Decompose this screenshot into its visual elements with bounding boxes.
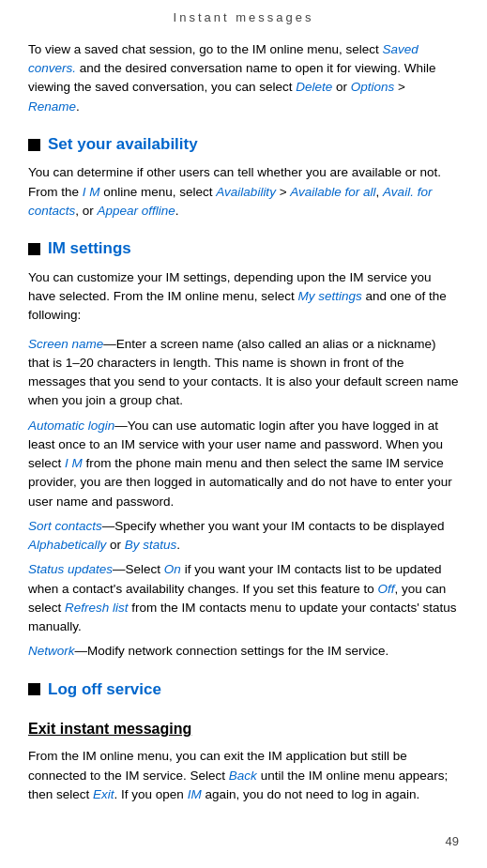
auto-login-dash: —: [114, 419, 128, 433]
auto-login-desc2: from the phone main menu and then select…: [28, 456, 452, 509]
section-heading-im-settings: IM settings: [28, 237, 459, 261]
section-title-im-settings: IM settings: [48, 237, 131, 261]
avail-text-5: , or: [75, 204, 97, 218]
intro-text-1: To view a saved chat session, go to the …: [28, 42, 382, 56]
auto-login-paragraph: Automatic login—You can use automatic lo…: [28, 417, 459, 511]
sort-contacts-link-alpha: Alphabetically: [28, 538, 106, 552]
avail-link-available-for-all: Available for all: [290, 185, 375, 199]
sort-contacts-dash: —: [102, 519, 115, 533]
network-dash: —: [75, 644, 88, 658]
status-updates-link-refresh: Refresh list: [65, 601, 129, 615]
page-title: Instant messages: [28, 9, 459, 27]
im-settings-body: You can customize your IM settings, depe…: [28, 268, 459, 326]
network-paragraph: Network—Modify network connection settin…: [28, 642, 459, 661]
sort-contacts-desc3: .: [176, 538, 180, 552]
avail-text-6: .: [175, 204, 179, 218]
section-square-availability: [28, 139, 40, 151]
exit-heading: Exit instant messaging: [28, 718, 459, 739]
term-sort-contacts: Sort contacts: [28, 519, 102, 533]
avail-text-4: ,: [376, 185, 384, 199]
exit-link-im: IM: [188, 787, 202, 801]
intro-link-rename: Rename: [28, 99, 76, 114]
exit-text-3: . If you open: [114, 787, 188, 801]
status-updates-paragraph: Status updates—Select On if you want you…: [28, 560, 459, 636]
section-square-im-settings: [28, 243, 40, 255]
intro-link-delete: Delete: [296, 80, 332, 94]
term-auto-login: Automatic login: [28, 419, 114, 433]
avail-link-offline: Appear offline: [98, 204, 175, 218]
im-settings-link-my-settings: My settings: [297, 289, 361, 303]
sort-contacts-desc: Specify whether you want your IM contact…: [114, 519, 444, 533]
section-square-log-off: [28, 683, 40, 695]
intro-text-5: .: [76, 99, 80, 114]
sort-contacts-paragraph: Sort contacts—Specify whether you want y…: [28, 517, 459, 556]
status-updates-dash: —: [113, 562, 126, 576]
section-title-availability: Set your availability: [48, 133, 198, 157]
avail-text-2: online menu, select: [100, 185, 217, 199]
screen-name-paragraph: Screen name—Enter a screen name (also ca…: [28, 335, 459, 411]
availability-body: You can determine if other users can tel…: [28, 163, 459, 221]
exit-link-exit: Exit: [93, 787, 114, 801]
exit-body: From the IM online menu, you can exit th…: [28, 747, 459, 804]
term-screen-name: Screen name: [28, 337, 103, 351]
status-updates-desc: Select: [126, 562, 164, 576]
section-heading-log-off: Log off service: [28, 678, 459, 702]
sort-contacts-link-status: By status: [125, 538, 177, 552]
page-number: 49: [446, 833, 459, 851]
exit-link-back: Back: [229, 769, 257, 783]
sort-contacts-desc2: or: [106, 538, 125, 552]
auto-login-link-im: I M: [65, 456, 83, 470]
intro-paragraph: To view a saved chat session, go to the …: [28, 40, 459, 116]
section-heading-availability: Set your availability: [28, 133, 459, 157]
status-updates-link-on: On: [164, 562, 181, 576]
term-status-updates: Status updates: [28, 562, 113, 576]
intro-text-3: or: [332, 80, 351, 94]
exit-text-4: again, you do not need to log in again.: [202, 787, 420, 801]
avail-link-im: I M: [83, 185, 100, 199]
intro-text-4: >: [394, 80, 405, 94]
section-title-log-off: Log off service: [48, 678, 161, 702]
avail-link-availability: Availability: [216, 185, 276, 199]
term-network: Network: [28, 644, 75, 658]
network-desc: Modify network connection settings for t…: [87, 644, 388, 658]
avail-text-3: >: [276, 185, 290, 199]
screen-name-dash: —: [103, 337, 116, 351]
intro-link-options: Options: [351, 80, 395, 94]
status-updates-link-off: Off: [378, 582, 395, 596]
page: Instant messages To view a saved chat se…: [0, 0, 487, 868]
